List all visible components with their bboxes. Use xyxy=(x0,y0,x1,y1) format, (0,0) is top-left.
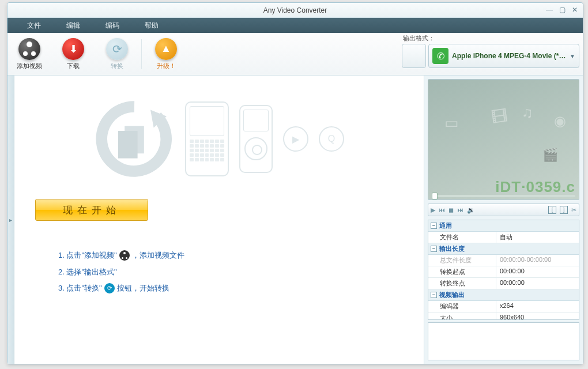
menu-file[interactable]: 文件 xyxy=(14,18,54,33)
content-panel: ▶ Q 现在开始 1. 点击"添加视频" ，添加视频文件 2. 选择"输出格式"… xyxy=(14,76,424,364)
prop-encoder[interactable]: 编码器x264 xyxy=(428,301,579,312)
download-button[interactable]: ⬇ 下载 xyxy=(51,36,95,73)
next-button[interactable]: ⏭ xyxy=(457,206,463,213)
menubar: 文件 编辑 编码 帮助 xyxy=(7,18,583,33)
quicktime-circle-icon: Q xyxy=(319,126,344,152)
output-format-select[interactable]: ✆ Apple iPhone 4 MPEG-4 Movie (*.... ▼ xyxy=(428,44,579,68)
instruction-steps: 1. 点击"添加视频" ，添加视频文件 2. 选择"输出格式" 3. 点击"转换… xyxy=(35,247,403,297)
play-circle-icon: ▶ xyxy=(283,126,308,152)
step-3: 3. 点击"转换" ⟳ 按钮，开始转换 xyxy=(58,280,403,297)
prev-button[interactable]: ⏮ xyxy=(439,206,445,213)
snapshot-button[interactable]: ✂ xyxy=(571,206,576,214)
prop-start[interactable]: 转换起点00:00:00 xyxy=(428,266,579,278)
left-panel-handle[interactable]: ▸ xyxy=(7,76,14,364)
group-general[interactable]: −通用 xyxy=(428,220,579,232)
cycle-icon xyxy=(94,99,175,179)
titlebar: Any Video Converter — ▢ ✕ xyxy=(7,3,583,18)
info-panel xyxy=(428,322,579,360)
disc-icon: ◉ xyxy=(554,113,566,129)
tablet-icon: ▭ xyxy=(444,114,459,132)
step-1: 1. 点击"添加视频" ，添加视频文件 xyxy=(58,247,403,264)
group-output-length[interactable]: −输出长度 xyxy=(428,243,579,255)
mark-out-button[interactable]: ] xyxy=(560,206,568,214)
properties-panel: −通用 文件名自动 −输出长度 总文件长度00:00:00-00:00:00 转… xyxy=(428,220,579,320)
volume-button[interactable]: 🔉 xyxy=(467,206,475,214)
collapse-toggle-icon[interactable]: − xyxy=(431,223,437,229)
convert-icon: ⟳ xyxy=(106,38,128,60)
watermark-text: iDT·0359.c xyxy=(495,178,575,196)
film-icon: 🎞 xyxy=(491,106,509,127)
app-window: Any Video Converter — ▢ ✕ 文件 编辑 编码 帮助 添加… xyxy=(7,2,583,364)
illustration: ▶ Q xyxy=(35,87,403,191)
toolbar: 添加视频 ⬇ 下载 ⟳ 转换 ▲ 升级！ 输出格式： ✆ Apple iPhon… xyxy=(7,33,583,76)
apple-profile-button[interactable] xyxy=(402,44,426,68)
window-controls: — ▢ ✕ xyxy=(545,5,579,14)
prop-size[interactable]: 大小960x640 xyxy=(428,312,579,320)
chevron-down-icon: ▼ xyxy=(570,53,575,59)
menu-help[interactable]: 帮助 xyxy=(132,18,171,33)
collapse-toggle-icon[interactable]: − xyxy=(431,246,437,252)
prop-total-length: 总文件长度00:00:00-00:00:00 xyxy=(428,255,579,266)
ipod-illustration xyxy=(239,105,273,173)
upgrade-button[interactable]: ▲ 升级！ xyxy=(144,36,188,73)
download-icon: ⬇ xyxy=(62,38,84,60)
app-title: Any Video Converter xyxy=(263,6,327,14)
step-2: 2. 选择"输出格式" xyxy=(58,264,403,281)
main-area: ▸ ▶ Q 现在开始 1. 点击"添加视频" xyxy=(7,76,583,364)
music-note-icon: ♫ xyxy=(522,104,533,122)
close-button[interactable]: ✕ xyxy=(570,5,579,14)
convert-button[interactable]: ⟳ 转换 xyxy=(95,36,139,73)
convert-icon: ⟳ xyxy=(104,283,115,293)
svg-rect-2 xyxy=(118,131,138,159)
preview-seekbar[interactable] xyxy=(432,195,575,197)
side-panel: ▭ 🎞 ♫ ◉ 🎬 iDT·0359.c ▶ ⏮ ◼ ⏭ 🔉 [ ] ✂ xyxy=(424,76,583,364)
menu-encode[interactable]: 编码 xyxy=(93,18,132,33)
start-now-button[interactable]: 现在开始 xyxy=(35,199,148,221)
preview-pane: ▭ 🎞 ♫ ◉ 🎬 iDT·0359.c xyxy=(428,79,579,200)
mark-in-button[interactable]: [ xyxy=(548,206,556,214)
film-reel-icon xyxy=(119,250,130,261)
player-controls: ▶ ⏮ ◼ ⏭ 🔉 [ ] ✂ xyxy=(428,204,579,216)
output-format-label: 输出格式： xyxy=(402,34,579,43)
phone-illustration xyxy=(185,101,229,176)
toolbar-separator xyxy=(141,39,142,69)
maximize-button[interactable]: ▢ xyxy=(557,5,567,14)
play-button[interactable]: ▶ xyxy=(431,206,435,214)
stop-button[interactable]: ◼ xyxy=(448,206,454,214)
group-video-output[interactable]: −视频输出 xyxy=(428,289,579,301)
collapse-toggle-icon[interactable]: − xyxy=(431,292,437,298)
minimize-button[interactable]: — xyxy=(545,5,554,14)
phone-icon: ✆ xyxy=(432,48,448,64)
film-reel-icon xyxy=(18,38,40,60)
prop-end[interactable]: 转换终点00:00:00 xyxy=(428,278,579,289)
clapper-icon: 🎬 xyxy=(542,148,558,163)
add-video-button[interactable]: 添加视频 xyxy=(7,36,51,73)
menu-edit[interactable]: 编辑 xyxy=(54,18,93,33)
upgrade-icon: ▲ xyxy=(155,38,177,60)
output-format-section: 输出格式： ✆ Apple iPhone 4 MPEG-4 Movie (*..… xyxy=(402,34,579,68)
prop-filename[interactable]: 文件名自动 xyxy=(428,232,579,243)
